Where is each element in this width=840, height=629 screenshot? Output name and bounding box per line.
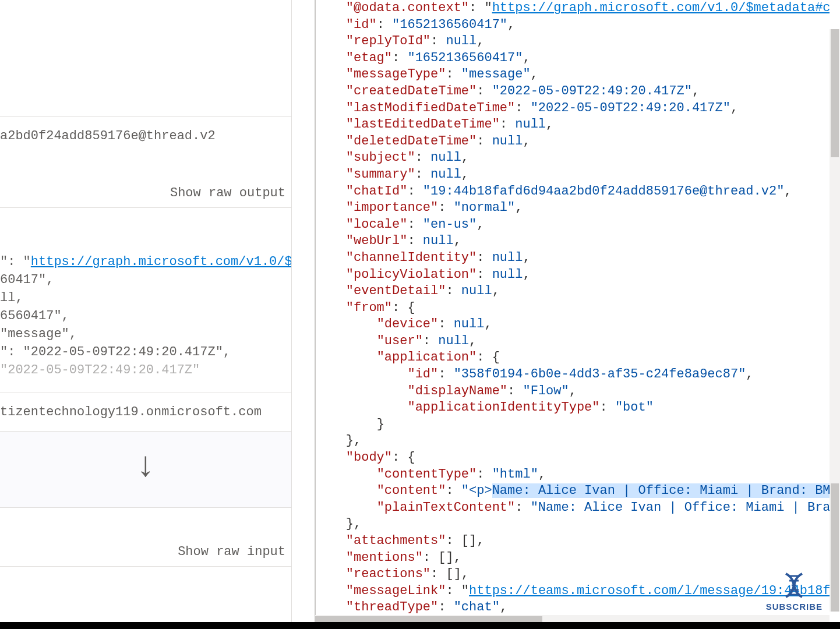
show-raw-inputs-link[interactable]: Show raw input bbox=[178, 545, 285, 559]
odata-context-url[interactable]: https://graph.microsoft.com/v1.0/$metada… bbox=[492, 1, 830, 15]
lastmod-fragment: "2022-05-09T22:49:20.417Z" bbox=[0, 363, 291, 377]
show-raw-outputs-link[interactable]: Show raw output bbox=[170, 186, 285, 200]
subscribe-label: SUBSCRIBE bbox=[766, 602, 823, 612]
messagetype-fragment: "message", bbox=[0, 327, 291, 341]
json-scrollbar-vertical[interactable] bbox=[830, 29, 840, 612]
json-scrollbar-thumb-v-bottom[interactable] bbox=[831, 483, 839, 612]
etag-fragment: 6560417", bbox=[0, 309, 291, 323]
dna-icon bbox=[780, 571, 808, 599]
json-output-panel: "@odata.context": "https://graph.microso… bbox=[292, 0, 840, 629]
flow-run-left-panel: a2bd0f24add859176e@thread.v2 Show raw ou… bbox=[0, 0, 292, 629]
flow-arrow-down: ↓ bbox=[0, 432, 291, 508]
id-fragment: 60417", bbox=[0, 273, 291, 287]
created-fragment: ": "2022-05-09T22:49:20.417Z", bbox=[0, 345, 291, 359]
thread-id-fragment: a2bd0f24add859176e@thread.v2 bbox=[0, 129, 291, 143]
replytoid-fragment: ll, bbox=[0, 291, 291, 305]
selected-text[interactable]: Name: Alice Ivan | Office: Miami | Brand… bbox=[492, 483, 830, 498]
arrow-down-icon: ↓ bbox=[0, 449, 291, 484]
taskbar bbox=[0, 622, 840, 629]
odata-url-fragment[interactable]: https://graph.microsoft.com/v1.0/$metada… bbox=[31, 255, 292, 269]
onmicrosoft-domain: tizentechnology119.onmicrosoft.com bbox=[0, 405, 291, 419]
json-scrollbar-thumb-v[interactable] bbox=[831, 29, 839, 157]
subscribe-overlay[interactable]: SUBSCRIBE bbox=[766, 571, 823, 612]
json-viewer[interactable]: "@odata.context": "https://graph.microso… bbox=[315, 0, 830, 614]
